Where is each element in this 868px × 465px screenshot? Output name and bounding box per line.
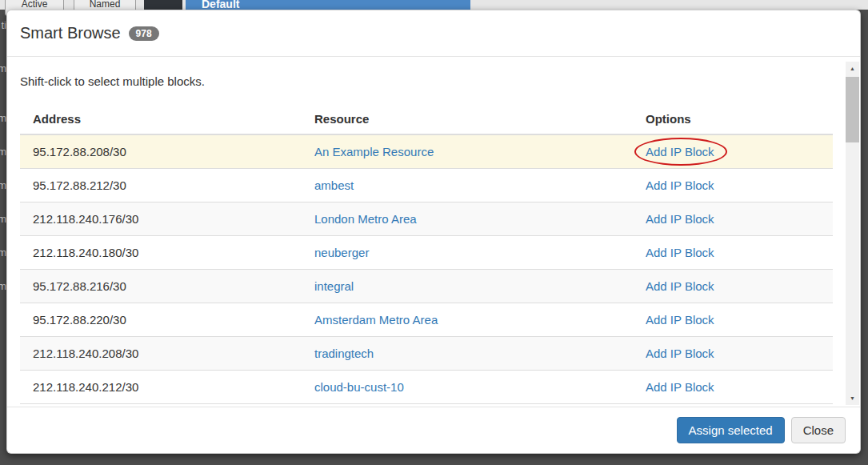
address-cell: 212.118.240.212/30	[20, 371, 302, 404]
options-cell: Add IP Block	[633, 202, 833, 236]
add-ip-block-link[interactable]: Add IP Block	[646, 347, 714, 360]
background-text-fragment: m	[0, 112, 6, 125]
resource-cell: ambest	[302, 169, 633, 202]
add-ip-block-link[interactable]: Add IP Block	[646, 246, 714, 259]
background-text-fragment: m	[0, 179, 6, 192]
address-column-header: Address	[20, 104, 302, 134]
background-text-fragment: m	[0, 146, 6, 158]
address-cell: 95.172.88.208/30	[20, 134, 302, 169]
table-row[interactable]: 95.172.88.208/30An Example ResourceAdd I…	[20, 134, 833, 169]
options-column-header: Options	[633, 104, 833, 134]
background-top-strip: Active Named Default	[0, 0, 868, 10]
modal-body: Shift-click to select multiple blocks. A…	[7, 57, 860, 408]
panel-header-title: Default	[202, 0, 239, 10]
address-cell: 212.118.240.176/30	[20, 202, 302, 236]
options-cell: Add IP Block	[633, 270, 833, 303]
background-text-fragment: m	[0, 280, 6, 293]
smart-browse-modal: Smart Browse 978 Shift-click to select m…	[6, 10, 861, 454]
ip-blocks-table: Address Resource Options 95.172.88.208/3…	[20, 104, 833, 404]
resource-link[interactable]: neuberger	[314, 246, 369, 259]
resource-cell: cloud-bu-cust-10	[302, 371, 633, 404]
background-text-fragment: m	[0, 213, 6, 226]
address-cell: 212.118.240.180/30	[20, 236, 302, 270]
resource-link[interactable]: London Metro Area	[314, 212, 417, 226]
add-ip-block-link[interactable]: Add IP Block	[646, 145, 714, 158]
resource-cell: neuberger	[302, 236, 633, 270]
table-row[interactable]: 212.118.240.176/30London Metro AreaAdd I…	[20, 202, 833, 236]
table-row[interactable]: 95.172.88.220/30Amsterdam Metro AreaAdd …	[20, 303, 833, 337]
address-cell: 95.172.88.212/30	[20, 169, 302, 202]
address-cell: 212.118.240.208/30	[20, 337, 302, 371]
add-ip-block-link[interactable]: Add IP Block	[646, 313, 714, 327]
modal-footer: Assign selected Close	[7, 407, 860, 453]
scrollbar-down-arrow-icon[interactable]: ▼	[846, 391, 859, 405]
table-header: Address Resource Options	[20, 104, 833, 134]
resource-cell: Amsterdam Metro Area	[302, 303, 633, 337]
address-cell: 95.172.88.216/30	[20, 270, 302, 303]
options-cell: Add IP Block	[633, 236, 833, 270]
hint-text: Shift-click to select multiple blocks.	[20, 74, 831, 88]
table-scrollbar[interactable]: ▲ ▼	[846, 62, 859, 405]
assign-selected-button[interactable]: Assign selected	[677, 417, 785, 443]
circled-option: Add IP Block	[646, 145, 714, 158]
background-dark-control	[144, 0, 182, 10]
resource-cell: integral	[302, 270, 633, 303]
options-cell: Add IP Block	[633, 134, 833, 169]
resource-link[interactable]: cloud-bu-cust-10	[314, 380, 404, 394]
modal-header: Smart Browse 978	[7, 10, 860, 57]
background-text-fragment: m	[0, 62, 6, 75]
options-cell: Add IP Block	[633, 169, 833, 202]
options-cell: Add IP Block	[633, 337, 833, 371]
resource-link[interactable]: ambest	[314, 178, 354, 192]
table-row[interactable]: 95.172.88.216/30integralAdd IP Block	[20, 270, 833, 303]
resource-link[interactable]: tradingtech	[314, 347, 374, 360]
smart-browse-table-body: 95.172.88.208/30An Example ResourceAdd I…	[20, 134, 833, 404]
background-panel-header: Default	[186, 0, 470, 10]
count-badge: 978	[129, 26, 159, 41]
table-row[interactable]: 212.118.240.208/30tradingtechAdd IP Bloc…	[20, 337, 833, 371]
resource-column-header: Resource	[302, 104, 633, 134]
scrollbar-thumb[interactable]	[846, 77, 859, 142]
resource-link[interactable]: integral	[314, 279, 354, 293]
modal-title: Smart Browse	[20, 24, 121, 42]
add-ip-block-link[interactable]: Add IP Block	[646, 212, 714, 226]
add-ip-block-link[interactable]: Add IP Block	[646, 279, 714, 293]
table-row[interactable]: 212.118.240.180/30neubergerAdd IP Block	[20, 236, 833, 270]
resource-cell: London Metro Area	[302, 202, 633, 236]
resource-cell: tradingtech	[302, 337, 633, 371]
background-text-fragment: m	[0, 247, 6, 259]
background-text-fragment: ti	[0, 19, 6, 32]
address-cell: 95.172.88.220/30	[20, 303, 302, 337]
add-ip-block-link[interactable]: Add IP Block	[646, 178, 714, 192]
resource-link[interactable]: Amsterdam Metro Area	[314, 313, 438, 327]
table-row[interactable]: 212.118.240.212/30cloud-bu-cust-10Add IP…	[20, 371, 833, 404]
options-cell: Add IP Block	[633, 303, 833, 337]
close-button[interactable]: Close	[791, 417, 846, 443]
table-row[interactable]: 95.172.88.212/30ambestAdd IP Block	[20, 169, 833, 202]
resource-cell: An Example Resource	[302, 134, 633, 169]
scrollbar-up-arrow-icon[interactable]: ▲	[846, 62, 859, 75]
resource-link[interactable]: An Example Resource	[314, 145, 434, 158]
options-cell: Add IP Block	[633, 371, 833, 404]
add-ip-block-link[interactable]: Add IP Block	[646, 380, 714, 394]
